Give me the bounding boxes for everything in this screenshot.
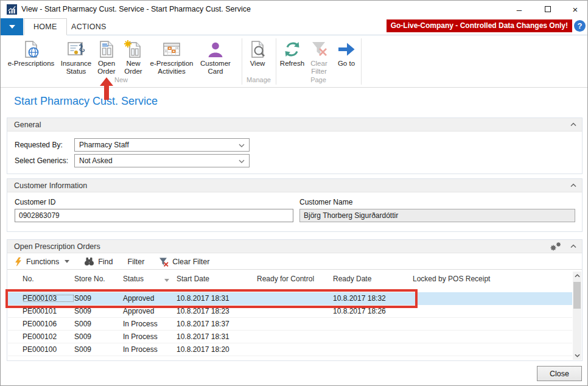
cell-start-date: 10.8.2017 18:20 — [177, 345, 257, 354]
vertical-scrollbar[interactable] — [573, 272, 581, 360]
fasttab-customer-information: Customer Information Customer ID 0902863… — [7, 178, 583, 232]
minimize-button[interactable]: – — [508, 1, 530, 18]
binoculars-icon — [84, 257, 94, 266]
requested-by-select[interactable]: Pharmacy Staff — [74, 138, 250, 152]
scroll-down-button[interactable] — [573, 351, 581, 360]
clear-filter-button[interactable]: Clear Filter — [159, 257, 209, 267]
fasttab-general: General Requested By: Pharmacy Staff Sel… — [7, 118, 583, 174]
filter-label: Filter — [128, 258, 145, 266]
ribbon-button-new-order[interactable]: New Order — [120, 38, 147, 75]
ribbon-button-e-prescriptions[interactable]: e-Prescriptions — [3, 38, 59, 68]
customer-id-value: 0902863079 — [19, 211, 60, 220]
customer-card-icon — [206, 38, 225, 60]
functions-label: Functions — [26, 258, 59, 266]
cell-status: Approved — [123, 294, 177, 303]
cell-ready-date: 10.8.2017 18:32 — [333, 294, 413, 303]
ribbon-button-label: e-Prescriptions — [8, 60, 55, 68]
cell-start-date: 10.8.2017 18:31 — [177, 332, 257, 341]
maximize-icon — [545, 6, 551, 12]
find-label: Find — [98, 258, 113, 266]
maximize-button[interactable] — [537, 1, 559, 18]
select-generics-select[interactable]: Not Asked — [74, 154, 250, 167]
cell-store: S009 — [74, 345, 123, 354]
ribbon-group-separator — [242, 38, 242, 85]
ribbon-group-separator — [361, 38, 362, 85]
customer-name-label: Customer Name — [299, 198, 352, 206]
collapse-chevron-icon[interactable] — [570, 122, 576, 127]
refresh-icon — [282, 38, 302, 60]
open-order-icon — [97, 38, 116, 60]
app-logo-icon — [7, 4, 17, 15]
ribbon-button-refresh[interactable]: Refresh — [278, 38, 306, 68]
clear-filter-label: Clear Filter — [172, 258, 209, 266]
close-button[interactable]: Close — [537, 366, 582, 381]
app-window: View - Start Pharmacy Cust. Service - St… — [0, 0, 588, 386]
column-header-status[interactable]: Status — [123, 275, 177, 292]
column-header-start-date[interactable]: Start Date — [177, 275, 257, 292]
window-title: View - Start Pharmacy Cust. Service - St… — [21, 5, 251, 13]
cell-store: S009 — [74, 307, 123, 315]
functions-menu-button[interactable]: Functions — [14, 257, 69, 267]
cell-start-date: 10.8.2017 18:37 — [177, 320, 257, 328]
ribbon-button-insurance-status[interactable]: Insurance Status — [59, 38, 93, 75]
close-window-button[interactable]: × — [564, 1, 586, 18]
cell-ready-date: 10.8.2017 18:26 — [333, 307, 413, 315]
tab-home[interactable]: HOME — [24, 18, 67, 35]
column-header-no[interactable]: No. — [23, 275, 74, 292]
company-banner: Go-Live-Company - Controlled Data Change… — [387, 19, 572, 32]
tab-actions[interactable]: ACTIONS — [62, 18, 116, 35]
grid-toolbar: Functions Find Filter — [7, 254, 582, 270]
cell-no: PE000103 — [23, 294, 74, 303]
new-order-icon — [124, 38, 143, 60]
cell-status: In Process — [123, 320, 177, 328]
ribbon-group-label-page: Page — [277, 76, 360, 83]
scrollbar-thumb[interactable] — [573, 282, 581, 309]
ribbon-button-clear-filter[interactable]: Clear Filter — [306, 38, 332, 75]
ribbon-button-label: Go to — [338, 60, 355, 68]
filter-button[interactable]: Filter — [128, 258, 145, 266]
ribbon-group-label-manage: Manage — [243, 76, 275, 83]
select-generics-label: Select Generics: — [15, 156, 74, 165]
fasttab-open-prescription-orders: Open Prescription Orders Functions — [7, 239, 583, 361]
table-row[interactable]: PE000102 S009 In Process 10.8.2017 18:31 — [8, 331, 572, 343]
column-header-store-no[interactable]: Store No. — [74, 275, 123, 292]
cell-status: Approved — [123, 307, 177, 315]
customer-name-field[interactable]: Björg Thorberg Sigurðardóttir — [299, 209, 575, 222]
column-header-locked-by-pos[interactable]: Locked by POS Receipt — [413, 275, 572, 292]
customer-id-label: Customer ID — [15, 198, 55, 206]
fasttab-general-header: General — [14, 121, 41, 129]
cell-status: In Process — [123, 345, 177, 354]
go-to-icon — [337, 38, 356, 60]
table-row[interactable]: PE000101 S009 Approved 10.8.2017 18:23 1… — [8, 305, 572, 318]
cell-store: S009 — [74, 332, 123, 341]
ribbon-button-label: Open Order — [93, 60, 120, 75]
customer-name-value: Björg Thorberg Sigurðardóttir — [304, 211, 398, 220]
application-menu-button[interactable] — [1, 18, 23, 35]
ribbon-button-view[interactable]: View — [244, 38, 271, 68]
chevron-down-icon — [239, 160, 245, 163]
ribbon-button-customer-card[interactable]: Customer Card — [197, 38, 234, 75]
insurance-status-icon — [66, 38, 86, 60]
scroll-up-button[interactable] — [573, 272, 581, 280]
ribbon-button-label: New Order — [120, 60, 147, 75]
customer-id-field[interactable]: 0902863079 — [15, 209, 293, 222]
chevron-down-icon — [239, 144, 245, 147]
help-button[interactable]: ? — [574, 20, 586, 32]
ribbon-button-go-to[interactable]: Go to — [334, 38, 359, 68]
collapse-chevron-icon[interactable] — [570, 244, 576, 248]
e-prescription-activities-icon — [162, 38, 181, 60]
table-row[interactable]: PE000106 S009 In Process 10.8.2017 18:37 — [8, 318, 572, 331]
ribbon-button-label: Customer Card — [197, 60, 234, 75]
table-row[interactable]: PE000100 S009 In Process 10.8.2017 18:20 — [8, 343, 572, 356]
ribbon-button-label: Clear Filter — [306, 60, 332, 75]
column-header-ready-for-control[interactable]: Ready for Control — [257, 275, 333, 292]
ribbon-button-e-prescription-activities[interactable]: e-Prescription Activities — [147, 38, 197, 75]
ribbon-button-label: Insurance Status — [59, 60, 93, 75]
customize-gears-icon[interactable] — [549, 242, 562, 251]
find-button[interactable]: Find — [84, 257, 113, 266]
table-row[interactable]: PE000103 S009 Approved 10.8.2017 18:31 1… — [8, 292, 572, 305]
ribbon-button-open-order[interactable]: Open Order — [93, 38, 120, 75]
status-header-label: Status — [123, 275, 144, 283]
column-header-ready-date[interactable]: Ready Date — [333, 275, 413, 292]
collapse-chevron-icon[interactable] — [570, 183, 576, 188]
